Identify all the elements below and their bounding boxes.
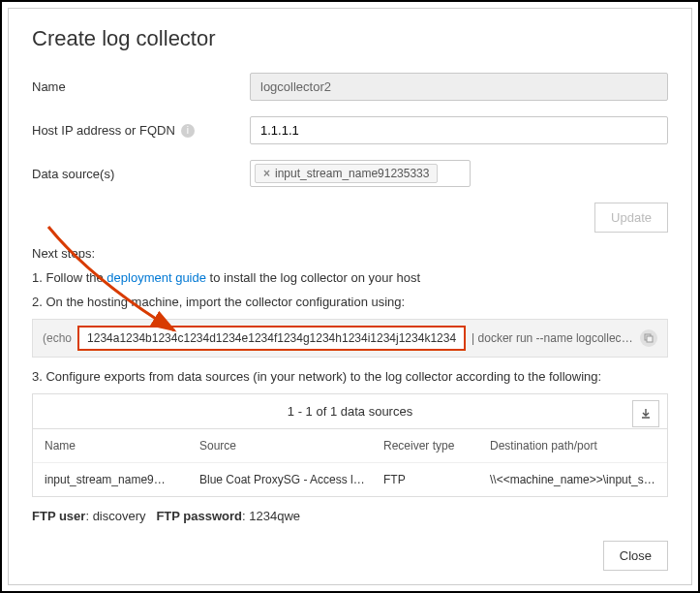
- row-sources: Data source(s) × input_stream_name912353…: [32, 160, 668, 187]
- close-button[interactable]: Close: [603, 541, 668, 571]
- col-source: Source: [199, 439, 383, 453]
- deployment-guide-link[interactable]: deployment guide: [107, 270, 206, 285]
- step-1-suffix: to install the log collector on your hos…: [206, 270, 420, 285]
- data-sources-table: 1 - 1 of 1 data sources Name Source Rece…: [32, 393, 668, 497]
- cell-destination: \\<<machine_name>>\input_stre…: [490, 473, 655, 486]
- step-1: 1. Follow the deployment guide to instal…: [32, 270, 668, 285]
- source-tag: × input_stream_name91235333: [255, 164, 438, 183]
- host-input[interactable]: [250, 116, 668, 144]
- name-label: Name: [32, 79, 250, 94]
- col-destination: Destination path/port: [490, 439, 655, 453]
- cell-receiver: FTP: [383, 473, 490, 486]
- step-3: 3. Configure exports from data sources (…: [32, 369, 668, 384]
- ftp-password-label: FTP password: [156, 509, 242, 523]
- copy-icon[interactable]: [640, 329, 657, 347]
- command-suffix: | docker run --name logcollector2 -p 21:…: [472, 331, 634, 345]
- next-steps-heading: Next steps:: [32, 246, 668, 261]
- step-1-prefix: 1. Follow the: [32, 270, 107, 285]
- ftp-user-label: FTP user: [32, 509, 85, 523]
- credentials: FTP user: discovery FTP password: 1234qw…: [32, 509, 668, 523]
- window-outer: Create log collector Name Host IP addres…: [0, 0, 700, 593]
- ftp-password-value: 1234qwe: [249, 509, 300, 523]
- command-prefix: (echo: [43, 331, 72, 345]
- name-input: [250, 73, 668, 101]
- command-token-highlight: 1234a1234b1234c1234d1234e1234f1234g1234h…: [77, 326, 466, 351]
- dialog: Create log collector Name Host IP addres…: [8, 8, 692, 585]
- cell-name: input_stream_name9…: [45, 473, 199, 486]
- remove-tag-icon[interactable]: ×: [263, 167, 270, 180]
- svg-rect-1: [647, 336, 653, 342]
- ftp-user-value: discovery: [93, 509, 146, 523]
- row-host: Host IP address or FQDN i: [32, 116, 668, 144]
- step-2: 2. On the hosting machine, import the co…: [32, 295, 668, 309]
- host-label: Host IP address or FQDN i: [32, 123, 250, 138]
- host-label-text: Host IP address or FQDN: [32, 123, 175, 138]
- sources-input[interactable]: × input_stream_name91235333: [250, 160, 471, 187]
- update-button[interactable]: Update: [594, 203, 668, 233]
- sources-label: Data source(s): [32, 167, 250, 181]
- info-icon[interactable]: i: [181, 124, 195, 138]
- table-columns: Name Source Receiver type Destination pa…: [33, 429, 667, 463]
- cell-source: Blue Coat ProxySG - Access l…: [199, 473, 383, 486]
- source-tag-label: input_stream_name91235333: [275, 167, 429, 180]
- row-name: Name: [32, 73, 668, 101]
- page-title: Create log collector: [32, 26, 668, 51]
- download-button[interactable]: [632, 400, 659, 427]
- col-receiver: Receiver type: [383, 439, 490, 453]
- table-row[interactable]: input_stream_name9… Blue Coat ProxySG - …: [33, 463, 667, 496]
- col-name: Name: [45, 439, 199, 453]
- table-pager: 1 - 1 of 1 data sources: [288, 404, 412, 419]
- command-box: (echo 1234a1234b1234c1234d1234e1234f1234…: [32, 319, 668, 358]
- table-pager-row: 1 - 1 of 1 data sources: [33, 394, 667, 429]
